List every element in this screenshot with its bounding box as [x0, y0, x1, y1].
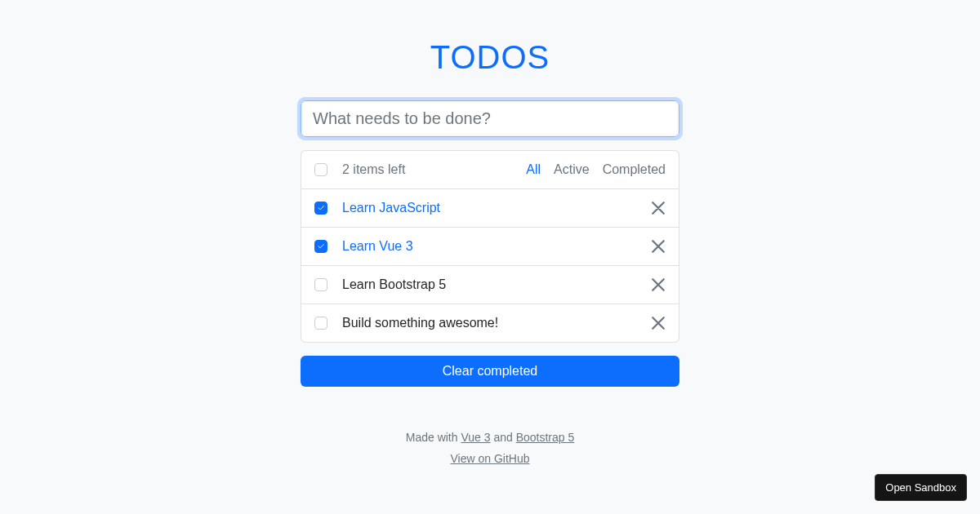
todo-label[interactable]: Learn Bootstrap 5 [342, 277, 651, 292]
new-todo-input-wrap [301, 100, 679, 137]
footer-text: and [491, 431, 516, 444]
todo-row: Build something awesome! [301, 304, 679, 342]
close-icon[interactable] [651, 277, 666, 292]
close-icon[interactable] [651, 316, 666, 330]
todo-label[interactable]: Learn JavaScript [342, 201, 651, 215]
todo-row: Learn JavaScript [301, 189, 679, 228]
filter-completed[interactable]: Completed [603, 162, 666, 177]
todo-checkbox[interactable] [314, 202, 327, 215]
list-header: 2 items left All Active Completed [301, 151, 679, 189]
filter-active[interactable]: Active [554, 162, 590, 177]
items-left-label: 2 items left [342, 162, 526, 177]
footer: Made with Vue 3 and Bootstrap 5 View on … [301, 431, 679, 465]
todo-checkbox[interactable] [314, 317, 327, 330]
footer-text: Made with [406, 431, 461, 444]
clear-completed-button[interactable]: Clear completed [301, 356, 679, 387]
bootstrap-link[interactable]: Bootstrap 5 [516, 431, 575, 444]
page-title: TODOS [301, 39, 679, 76]
filter-all[interactable]: All [526, 162, 541, 177]
filter-group: All Active Completed [526, 162, 666, 177]
open-sandbox-button[interactable]: Open Sandbox [875, 474, 967, 501]
todo-row: Learn Bootstrap 5 [301, 266, 679, 304]
toggle-all-checkbox[interactable] [314, 163, 327, 176]
close-icon[interactable] [651, 201, 666, 215]
vue-link[interactable]: Vue 3 [461, 431, 490, 444]
github-link[interactable]: View on GitHub [450, 452, 529, 465]
todo-list-card: 2 items left All Active Completed Learn … [301, 150, 679, 343]
todo-checkbox[interactable] [314, 278, 327, 291]
close-icon[interactable] [651, 239, 666, 254]
todo-checkbox[interactable] [314, 240, 327, 253]
todo-label[interactable]: Build something awesome! [342, 316, 651, 330]
new-todo-input[interactable] [303, 103, 677, 135]
todo-label[interactable]: Learn Vue 3 [342, 239, 651, 254]
todo-row: Learn Vue 3 [301, 228, 679, 266]
